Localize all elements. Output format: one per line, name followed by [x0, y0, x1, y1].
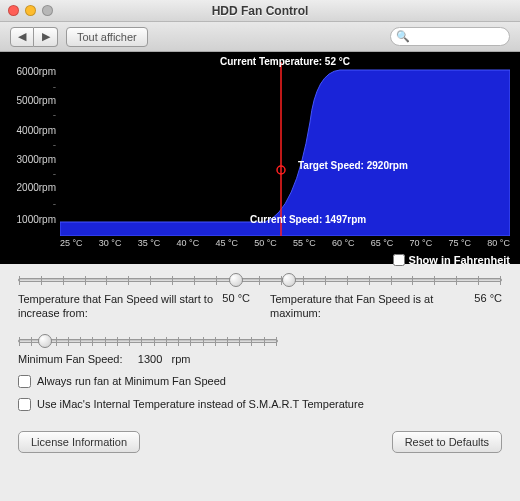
traffic-lights: [0, 5, 53, 16]
show-fahrenheit-checkbox[interactable]: [393, 254, 405, 266]
toolbar: ◀ ▶ Tout afficher 🔍: [0, 22, 520, 52]
current-temp-label: Current Temperature: 52 °C: [220, 56, 350, 67]
use-internal-label: Use iMac's Internal Temperature instead …: [37, 398, 364, 410]
search-field: 🔍: [390, 27, 510, 47]
max-temp-label: Temperature that Fan Speed is at maximum…: [270, 292, 466, 321]
fan-curve-chart: 6000rpm - 5000rpm - 4000rpm - 3000rpm - …: [0, 52, 520, 264]
y-axis: 6000rpm - 5000rpm - 4000rpm - 3000rpm - …: [4, 62, 58, 236]
fan-curve-shape: [60, 62, 510, 236]
min-speed-value: 1300: [138, 353, 162, 365]
use-internal-checkbox[interactable]: [18, 398, 31, 411]
close-icon[interactable]: [8, 5, 19, 16]
license-button[interactable]: License Information: [18, 431, 140, 453]
min-speed-row: Minimum Fan Speed: 1300 rpm: [18, 353, 502, 365]
current-speed-label: Current Speed: 1497rpm: [250, 214, 366, 225]
start-temp-value: 50 °C: [222, 292, 250, 321]
controls-panel: Temperature that Fan Speed will start to…: [0, 264, 520, 421]
minimize-icon[interactable]: [25, 5, 36, 16]
start-temp-knob[interactable]: [229, 273, 243, 287]
always-min-checkbox[interactable]: [18, 375, 31, 388]
min-speed-slider[interactable]: [18, 339, 278, 343]
back-button[interactable]: ◀: [10, 27, 34, 47]
always-min-label: Always run fan at Minimum Fan Speed: [37, 375, 226, 387]
reset-button[interactable]: Reset to Defaults: [392, 431, 502, 453]
min-speed-knob[interactable]: [38, 334, 52, 348]
chart-plot: Current Temperature: 52 °C Target Speed:…: [60, 62, 510, 236]
always-min-row: Always run fan at Minimum Fan Speed: [18, 375, 502, 388]
show-fahrenheit-label: Show in Fahrenheit: [409, 254, 510, 266]
forward-button[interactable]: ▶: [34, 27, 58, 47]
max-temp-value: 56 °C: [474, 292, 502, 321]
temp-range-labels: Temperature that Fan Speed will start to…: [18, 292, 502, 321]
zoom-icon[interactable]: [42, 5, 53, 16]
min-speed-label: Minimum Fan Speed:: [18, 353, 123, 365]
target-speed-label: Target Speed: 2920rpm: [298, 160, 408, 171]
use-internal-row: Use iMac's Internal Temperature instead …: [18, 398, 502, 411]
search-icon: 🔍: [396, 30, 410, 43]
x-axis: 25 °C 30 °C 35 °C 40 °C 45 °C 50 °C 55 °…: [60, 238, 510, 252]
min-speed-unit: rpm: [171, 353, 190, 365]
start-temp-label: Temperature that Fan Speed will start to…: [18, 292, 214, 321]
temp-range-slider[interactable]: [18, 278, 502, 282]
nav-seg: ◀ ▶: [10, 27, 58, 47]
window-title: HDD Fan Control: [0, 4, 520, 18]
titlebar: HDD Fan Control: [0, 0, 520, 22]
show-fahrenheit-row: Show in Fahrenheit: [393, 254, 510, 266]
footer: License Information Reset to Defaults: [0, 421, 520, 467]
max-temp-knob[interactable]: [282, 273, 296, 287]
show-all-button[interactable]: Tout afficher: [66, 27, 148, 47]
